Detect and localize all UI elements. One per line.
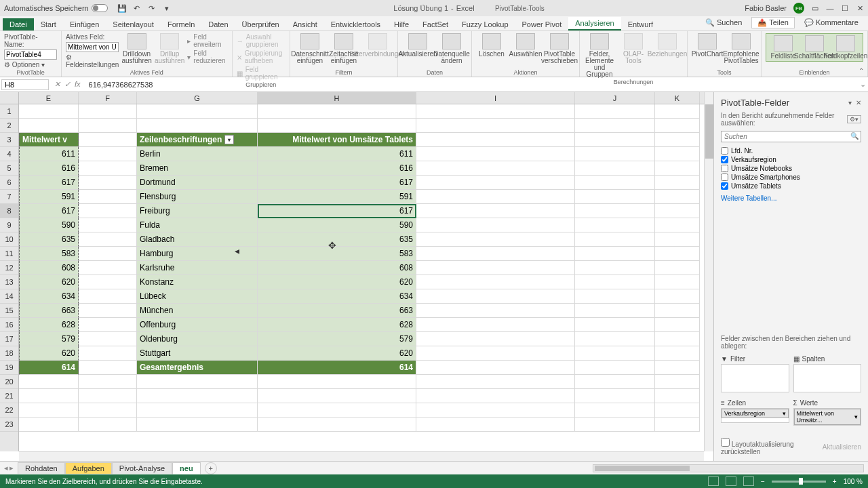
col-J[interactable]: J: [575, 92, 655, 104]
user-name[interactable]: Fabio Basler: [745, 4, 787, 12]
field-checkbox[interactable]: [721, 156, 728, 163]
cell-empty[interactable]: [416, 275, 575, 289]
undo-icon[interactable]: ↶: [132, 3, 142, 13]
cell-empty[interactable]: [655, 104, 700, 119]
pivot-e-value[interactable]: 663: [19, 304, 79, 318]
horizontal-scrollbar-inner[interactable]: [19, 451, 704, 461]
cells-area[interactable]: ◂ ✥ Mittelwert vZeilenbeschriftungen▾Mit…: [19, 104, 704, 451]
cell-empty[interactable]: [575, 361, 655, 375]
cancel-formula-icon[interactable]: ✕: [54, 80, 60, 89]
tab-daten[interactable]: Daten: [201, 18, 235, 30]
ribbon-options-icon[interactable]: ▭: [811, 4, 819, 12]
maximize-icon[interactable]: ☐: [841, 4, 849, 12]
field-checkbox[interactable]: [721, 174, 728, 181]
pivot-h-value[interactable]: 620: [258, 346, 416, 361]
cell-empty[interactable]: [416, 247, 575, 261]
row-18[interactable]: 18: [0, 346, 18, 361]
pivot-row-label[interactable]: Dortmund: [137, 176, 258, 190]
cell-empty[interactable]: [655, 190, 700, 204]
pivot-total-e[interactable]: 614: [19, 361, 79, 375]
pivot-e-value[interactable]: 617: [19, 204, 79, 218]
field-checkbox[interactable]: [721, 165, 728, 172]
clear-button[interactable]: Löschen: [476, 33, 507, 58]
row-6[interactable]: 6: [0, 176, 18, 190]
row-4[interactable]: 4: [0, 147, 18, 161]
pivot-e-value[interactable]: 617: [19, 176, 79, 190]
cell-empty[interactable]: [575, 389, 655, 403]
cell-empty[interactable]: [79, 289, 137, 304]
expand-formula-bar-icon[interactable]: ⌄: [857, 80, 868, 89]
pivot-e-value[interactable]: 611: [19, 147, 79, 161]
cell-empty[interactable]: [79, 161, 137, 176]
pivot-h-value[interactable]: 634: [258, 289, 416, 304]
cell-empty[interactable]: [79, 104, 137, 119]
cell-empty[interactable]: [79, 190, 137, 204]
pivot-row-label[interactable]: Stuttgart: [137, 346, 258, 361]
cell-empty[interactable]: [258, 418, 416, 432]
cell-empty[interactable]: [655, 133, 700, 147]
cell-empty[interactable]: [19, 375, 79, 389]
row-3[interactable]: 3: [0, 133, 18, 147]
pivotchart-button[interactable]: PivotChart: [692, 33, 723, 58]
pivot-h-value[interactable]: 620: [258, 275, 416, 289]
cell-empty[interactable]: [655, 361, 700, 375]
cell-empty[interactable]: [79, 403, 137, 418]
cell-empty[interactable]: [79, 147, 137, 161]
cell-empty[interactable]: [416, 190, 575, 204]
active-field-input[interactable]: [66, 42, 119, 52]
cell-empty[interactable]: [655, 332, 700, 346]
fx-icon[interactable]: fx: [75, 80, 81, 89]
cell-empty[interactable]: [416, 289, 575, 304]
options-button[interactable]: ⚙ Optionen ▾: [4, 61, 57, 68]
cell-empty[interactable]: [575, 176, 655, 190]
cell-empty[interactable]: [575, 261, 655, 275]
column-headers[interactable]: E F G H I J K: [0, 92, 704, 104]
pivot-e-value[interactable]: 591: [19, 190, 79, 204]
cell-empty[interactable]: [258, 104, 416, 119]
pivot-header-rows[interactable]: Zeilenbeschriftungen▾: [137, 133, 258, 147]
pivot-h-value[interactable]: 591: [258, 190, 416, 204]
cell-empty[interactable]: [79, 304, 137, 318]
sheet-tab-neu[interactable]: neu: [172, 462, 201, 474]
cell-empty[interactable]: [655, 218, 700, 232]
cell-empty[interactable]: [416, 361, 575, 375]
row-22[interactable]: 22: [0, 403, 18, 418]
accept-formula-icon[interactable]: ✓: [64, 80, 71, 89]
cell-empty[interactable]: [79, 232, 137, 247]
zoom-level[interactable]: 100 %: [844, 478, 863, 485]
cell-empty[interactable]: [416, 104, 575, 119]
row-7[interactable]: 7: [0, 190, 18, 204]
cell-empty[interactable]: [416, 218, 575, 232]
pivot-h-value[interactable]: 635: [258, 232, 416, 247]
field-item[interactable]: Umsätze Smartphones: [721, 173, 861, 182]
insert-timeline-button[interactable]: Zeitachse einfügen: [328, 33, 359, 64]
pivot-row-label[interactable]: Gladbach: [137, 232, 258, 247]
cell-empty[interactable]: [655, 403, 700, 418]
cell-empty[interactable]: [416, 232, 575, 247]
field-item[interactable]: Lfd. Nr.: [721, 146, 861, 155]
cell-empty[interactable]: [655, 247, 700, 261]
more-tables-link[interactable]: Weitere Tabellen...: [714, 192, 868, 205]
cell-empty[interactable]: [416, 161, 575, 176]
tab-start[interactable]: Start: [34, 18, 63, 30]
pivot-row-label[interactable]: München: [137, 304, 258, 318]
select-all-corner[interactable]: [0, 92, 19, 104]
pivot-row-label[interactable]: Freiburg: [137, 204, 258, 218]
fieldlist-gear-icon[interactable]: ⚙▾: [847, 115, 861, 123]
filter-conn-button[interactable]: Filterverbindungen: [362, 33, 393, 58]
cell-empty[interactable]: [79, 176, 137, 190]
pivot-h-value[interactable]: 617: [258, 204, 416, 218]
cell-empty[interactable]: [575, 161, 655, 176]
pivot-h-value[interactable]: 608: [258, 261, 416, 275]
pivot-e-value[interactable]: 579: [19, 332, 79, 346]
move-pivot-button[interactable]: PivotTable verschieben: [544, 33, 575, 64]
pivot-total-label[interactable]: Gesamtergebnis: [137, 361, 258, 375]
cell-empty[interactable]: [655, 176, 700, 190]
row-9[interactable]: 9: [0, 218, 18, 232]
insert-slicer-button[interactable]: Datenschnitt einfügen: [294, 33, 326, 64]
update-button[interactable]: Aktualisieren: [823, 443, 861, 451]
pivot-total-h[interactable]: 614: [258, 361, 416, 375]
cell-empty[interactable]: [575, 204, 655, 218]
file-tab[interactable]: Datei: [3, 18, 34, 30]
filter-dropdown-icon[interactable]: ▾: [224, 135, 234, 144]
